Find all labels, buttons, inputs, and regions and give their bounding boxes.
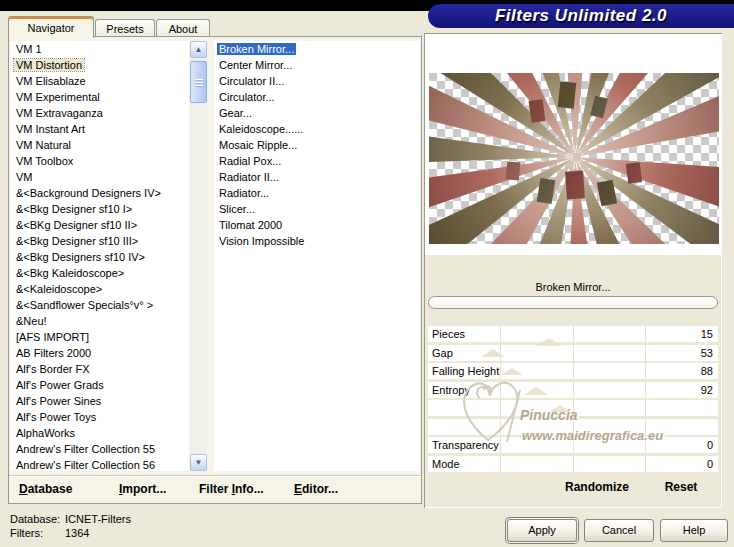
category-item[interactable]: &<Background Designers IV>	[11, 185, 189, 201]
slider-row-pieces[interactable]: Pieces15	[428, 326, 718, 342]
slider-row-entropy[interactable]: Entropy92	[428, 382, 718, 398]
slider-label: Mode	[432, 458, 460, 470]
category-item[interactable]: AlphaWorks	[11, 425, 189, 441]
category-item[interactable]: VM	[11, 169, 189, 185]
filter-item[interactable]: Vision Impossible	[214, 233, 420, 249]
slider-value: 88	[701, 365, 713, 377]
category-item[interactable]: VM Instant Art	[11, 121, 189, 137]
category-item[interactable]: AB Filters 2000	[11, 345, 189, 361]
category-item[interactable]: VM Toolbox	[11, 153, 189, 169]
scrollbar-thumb[interactable]	[190, 61, 207, 103]
category-item[interactable]: Alf's Power Toys	[11, 409, 189, 425]
category-item[interactable]: Andrew's Filter Collection 55	[11, 441, 189, 457]
filter-item[interactable]: Radiator II...	[214, 169, 420, 185]
category-item[interactable]: &<BKg Designer sf10 II>	[11, 217, 189, 233]
preview-image	[429, 73, 719, 244]
app-title: Filters Unlimited 2.0	[495, 6, 667, 26]
preview-panel: Broken Mirror... Pieces15Gap53Falling He…	[424, 33, 722, 508]
filter-list[interactable]: Broken Mirror...Center Mirror...Circulat…	[214, 41, 420, 471]
category-item[interactable]: &<Sandflower Specials°v° >	[11, 297, 189, 313]
slider-row-blank	[428, 400, 718, 416]
database-button[interactable]: Database	[19, 482, 72, 496]
apply-button[interactable]: Apply	[507, 519, 577, 542]
slider-label: Entropy	[432, 384, 470, 396]
category-item[interactable]: Alf's Power Grads	[11, 377, 189, 393]
category-item[interactable]: VM Elisablaze	[11, 73, 189, 89]
slider-value: 15	[701, 328, 713, 340]
slider-label: Gap	[432, 347, 453, 359]
slider-label: Transparency	[432, 439, 499, 451]
slider-row-gap[interactable]: Gap53	[428, 345, 718, 361]
randomize-button[interactable]: Randomize	[552, 480, 642, 494]
category-item[interactable]: VM 1	[11, 41, 189, 57]
category-item[interactable]: &<Kaleidoscope>	[11, 281, 189, 297]
slider-row-mode[interactable]: Mode0	[428, 456, 718, 472]
slider-row-falling-height[interactable]: Falling Height88	[428, 363, 718, 379]
scrollbar-grip	[195, 79, 203, 87]
preview-caption: Broken Mirror...	[424, 281, 722, 293]
category-item[interactable]: Andrew's Filter Collection 56	[11, 457, 189, 471]
slider-value: 53	[701, 347, 713, 359]
filter-info-button[interactable]: Filter Info...	[199, 482, 264, 496]
slider-rows: Pieces15Gap53Falling Height88Entropy92Tr…	[428, 326, 718, 474]
filter-position-bar[interactable]	[428, 296, 718, 309]
filter-item[interactable]: Center Mirror...	[214, 57, 420, 73]
bottom-toolbar: Database Import... Filter Info... Editor…	[9, 475, 421, 503]
cancel-button[interactable]: Cancel	[584, 519, 654, 542]
slider-row-transparency[interactable]: Transparency0	[428, 437, 718, 453]
category-item[interactable]: Alf's Border FX	[11, 361, 189, 377]
category-item[interactable]: &<Bkg Designer sf10 I>	[11, 201, 189, 217]
slider-label: Falling Height	[432, 365, 499, 377]
category-item[interactable]: Alf's Power Sines	[11, 393, 189, 409]
slider-row-blank	[428, 419, 718, 435]
status-area: Database:ICNET-Filters Filters:1364	[10, 512, 131, 540]
database-value: ICNET-Filters	[65, 513, 131, 525]
filters-unlimited-dialog: Filters Unlimited 2.0 Navigator Presets …	[0, 0, 734, 547]
category-list[interactable]: VM 1VM DistortionVM ElisablazeVM Experim…	[11, 41, 189, 471]
slider-value: 92	[701, 384, 713, 396]
filter-item[interactable]: Kaleidoscope......	[214, 121, 420, 137]
editor-button[interactable]: Editor...	[294, 482, 338, 496]
app-title-banner: Filters Unlimited 2.0	[428, 4, 734, 28]
category-item[interactable]: [AFS IMPORT]	[11, 329, 189, 345]
scrollbar-up-button[interactable]: ▲	[190, 41, 207, 58]
filter-item[interactable]: Tilomat 2000	[214, 217, 420, 233]
reset-button[interactable]: Reset	[648, 480, 714, 494]
filter-item[interactable]: Mosaic Ripple...	[214, 137, 420, 153]
tab-navigator[interactable]: Navigator	[8, 16, 94, 38]
category-item[interactable]: &Neu!	[11, 313, 189, 329]
filter-item[interactable]: Broken Mirror...	[214, 41, 420, 57]
filter-item[interactable]: Radial Pox...	[214, 153, 420, 169]
filters-label: Filters:	[10, 526, 65, 540]
database-label: Database:	[10, 512, 65, 526]
filters-value: 1364	[65, 527, 89, 539]
category-item[interactable]: &<Bkg Designers sf10 IV>	[11, 249, 189, 265]
scrollbar-down-button[interactable]: ▼	[190, 454, 207, 471]
filter-item[interactable]: Circulator...	[214, 89, 420, 105]
category-list-scrollbar[interactable]: ▲ ▼	[190, 41, 207, 471]
slider-label: Pieces	[432, 328, 465, 340]
slider-value: 0	[707, 458, 713, 470]
import-button[interactable]: Import...	[119, 482, 166, 496]
category-item[interactable]: &<Bkg Kaleidoscope>	[11, 265, 189, 281]
filter-item[interactable]: Circulator II...	[214, 73, 420, 89]
navigator-tab-page: VM 1VM DistortionVM ElisablazeVM Experim…	[8, 36, 422, 504]
category-item[interactable]: VM Extravaganza	[11, 105, 189, 121]
filter-item[interactable]: Radiator...	[214, 185, 420, 201]
category-item[interactable]: VM Distortion	[11, 57, 189, 73]
preview-card	[425, 34, 721, 255]
filter-item[interactable]: Gear...	[214, 105, 420, 121]
help-button[interactable]: Help	[660, 519, 728, 542]
filter-item[interactable]: Slicer...	[214, 201, 420, 217]
category-item[interactable]: &<Bkg Designer sf10 III>	[11, 233, 189, 249]
category-item[interactable]: VM Experimental	[11, 89, 189, 105]
slider-value: 0	[707, 439, 713, 451]
category-item[interactable]: VM Natural	[11, 137, 189, 153]
